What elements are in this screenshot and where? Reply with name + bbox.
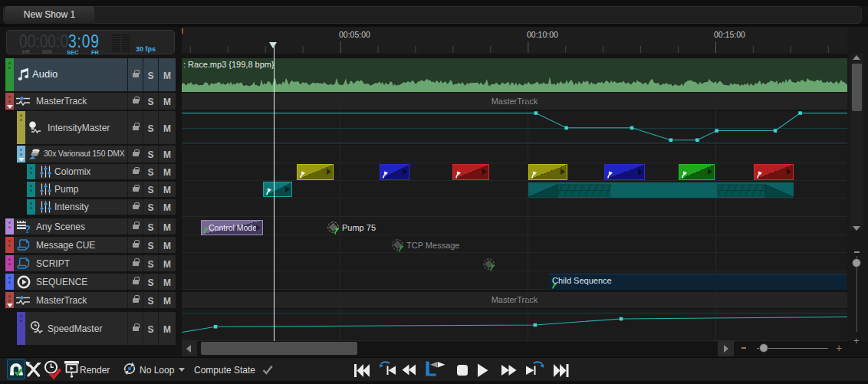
svg-text:?: ? <box>25 223 31 233</box>
